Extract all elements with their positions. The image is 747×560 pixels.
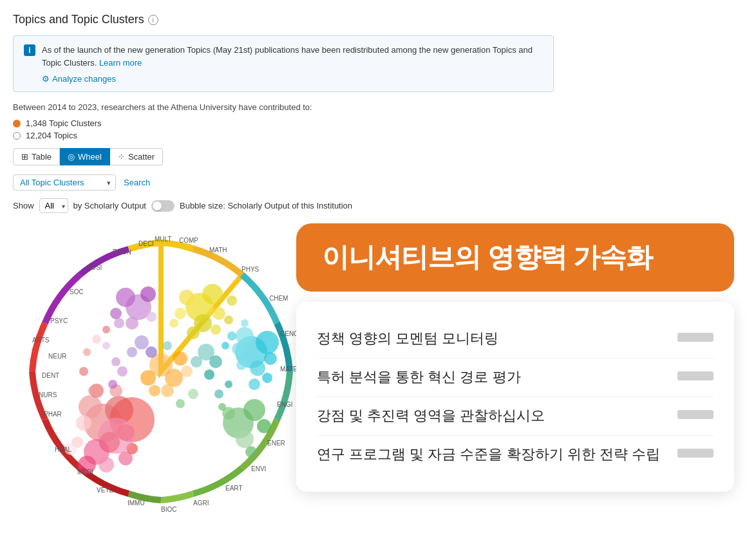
- svg-point-2: [202, 284, 223, 304]
- svg-point-54: [204, 369, 214, 380]
- label-mate: MATE: [280, 366, 298, 373]
- show-dropdown[interactable]: All: [39, 198, 68, 213]
- search-link[interactable]: Search: [124, 178, 150, 187]
- svg-point-72: [102, 326, 110, 333]
- svg-point-16: [264, 352, 277, 365]
- svg-point-19: [262, 373, 272, 383]
- label-heal: HEAL: [55, 446, 72, 453]
- topic-cluster-dropdown[interactable]: All Topic Clusters: [13, 174, 116, 191]
- label-vete: VETE: [97, 487, 113, 494]
- wheel-svg: MEDI HEAL PHAR NURS DENT NEUR ARTS PSYC …: [13, 223, 309, 519]
- learn-more-link[interactable]: Learn more: [99, 58, 142, 68]
- feature-item-3: 강점 및 추진력 영역을 관찰하십시오: [317, 397, 714, 436]
- label-immu: IMMU: [128, 499, 145, 507]
- svg-point-68: [88, 386, 99, 396]
- svg-point-25: [110, 308, 122, 319]
- label-arts: ARTS: [32, 337, 50, 344]
- svg-point-70: [83, 348, 91, 356]
- svg-point-22: [116, 288, 135, 307]
- svg-point-9: [169, 319, 178, 328]
- svg-point-3: [179, 290, 194, 305]
- analyze-icon: ⚙: [42, 74, 50, 84]
- tab-scatter[interactable]: ⁘ Scatter: [110, 148, 163, 165]
- toggle-track[interactable]: [151, 200, 175, 212]
- svg-point-52: [209, 355, 222, 368]
- label-mult: MULT: [155, 236, 171, 243]
- scatter-icon: ⁘: [118, 152, 125, 162]
- svg-point-75: [222, 342, 229, 350]
- svg-point-20: [236, 360, 247, 370]
- tab-table[interactable]: ⊞ Table: [13, 148, 60, 165]
- svg-point-48: [149, 385, 160, 397]
- svg-point-50: [181, 366, 193, 377]
- label-nurs: NURS: [39, 391, 57, 398]
- topics-dot: [13, 132, 21, 140]
- label-neur: NEUR: [48, 353, 66, 360]
- svg-point-32: [245, 446, 257, 458]
- svg-point-57: [127, 347, 137, 357]
- svg-point-7: [227, 295, 237, 306]
- svg-point-53: [191, 356, 202, 368]
- features-card: 정책 영향의 모멘텀 모니터링 특허 분석을 통한 혁신 경로 평가 강점 및 …: [296, 302, 734, 491]
- stats-section: 1,348 Topic Clusters 12,204 Topics: [13, 118, 734, 140]
- svg-point-28: [243, 399, 265, 421]
- feature-bar-1: [677, 333, 714, 342]
- feature-item-2: 특허 분석을 통한 혁신 경로 평가: [317, 359, 714, 397]
- svg-point-26: [146, 312, 156, 322]
- label-bioc: BIOC: [161, 506, 176, 513]
- svg-point-23: [140, 286, 156, 302]
- orange-header-card: 이니셔티브의 영향력 가속화: [296, 223, 734, 292]
- info-badge-icon: i: [24, 44, 35, 56]
- svg-point-5: [213, 307, 225, 320]
- svg-point-55: [135, 335, 149, 350]
- svg-point-67: [102, 342, 110, 350]
- svg-point-45: [165, 369, 183, 387]
- view-tabs: ⊞ Table ◎ Wheel ⁘ Scatter: [13, 148, 734, 165]
- svg-point-17: [232, 342, 245, 355]
- feature-bar-3: [677, 410, 714, 419]
- svg-point-6: [175, 308, 186, 319]
- label-ener: ENER: [267, 440, 285, 447]
- svg-point-8: [187, 326, 200, 339]
- svg-point-59: [188, 389, 198, 399]
- label-deci: DECI: [138, 240, 154, 247]
- tab-wheel[interactable]: ◎ Wheel: [60, 148, 110, 165]
- show-row: Show All by Scholarly Output Bubble size…: [13, 198, 734, 213]
- svg-point-24: [126, 317, 138, 330]
- svg-point-58: [163, 341, 172, 350]
- label-eart: EART: [225, 485, 243, 492]
- label-econ: ECON: [113, 248, 131, 256]
- svg-point-10: [211, 324, 221, 335]
- svg-point-18: [249, 378, 260, 390]
- svg-point-13: [256, 331, 279, 354]
- label-phar: PHAR: [44, 411, 62, 418]
- label-dent: DENT: [42, 372, 59, 379]
- svg-point-38: [76, 415, 91, 431]
- svg-point-74: [227, 331, 236, 341]
- svg-point-15: [250, 360, 265, 376]
- subtitle-text: Between 2014 to 2023, researchers at the…: [13, 102, 734, 112]
- svg-point-47: [161, 384, 174, 397]
- svg-point-61: [214, 389, 223, 398]
- toggle-thumb: [153, 201, 162, 210]
- svg-point-56: [146, 346, 157, 358]
- svg-point-49: [173, 351, 187, 366]
- toggle-switch[interactable]: [151, 200, 175, 212]
- svg-point-46: [140, 370, 156, 386]
- label-agri: AGRI: [193, 499, 209, 507]
- feature-bar-2: [677, 371, 714, 380]
- page-info-icon[interactable]: i: [148, 15, 158, 25]
- info-banner: i As of the launch of the new generation…: [13, 35, 554, 92]
- overlay-header-text: 이니셔티브의 영향력 가속화: [322, 241, 708, 274]
- svg-point-64: [117, 366, 128, 377]
- svg-point-65: [108, 380, 117, 389]
- svg-point-30: [257, 419, 271, 433]
- label-soc: SOC: [70, 288, 84, 295]
- svg-point-69: [79, 367, 88, 376]
- clusters-dot: [13, 120, 21, 127]
- by-scholarly-output-label: by Scholarly Output: [73, 201, 146, 210]
- table-icon: ⊞: [21, 152, 28, 162]
- label-engi: ENGI: [277, 401, 292, 408]
- analyze-changes-link[interactable]: ⚙ Analyze changes: [42, 74, 543, 84]
- show-label: Show: [13, 201, 34, 210]
